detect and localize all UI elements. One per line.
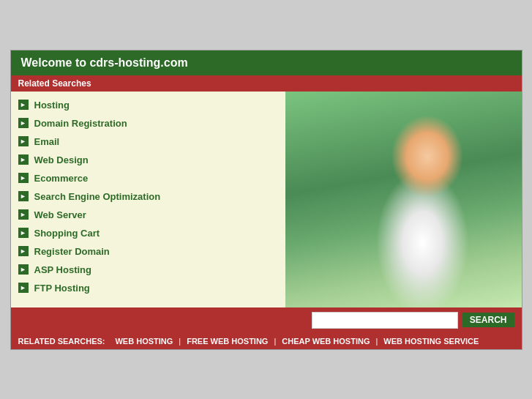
hero-image	[285, 92, 522, 307]
link-label: Hosting	[34, 100, 70, 111]
arrow-icon: ►	[18, 191, 29, 201]
link-label: Register Domain	[34, 246, 110, 257]
link-label: Domain Registration	[34, 118, 127, 129]
related-link-3[interactable]: WEB HOSTING SERVICE	[378, 337, 484, 346]
related-bottom-label: RELATED SEARCHES:	[18, 337, 105, 346]
related-searches-bar: Related Searches	[11, 75, 522, 92]
link-item-seo[interactable]: ►Search Engine Optimization	[11, 187, 285, 206]
related-link-2[interactable]: CHEAP WEB HOSTING	[276, 337, 375, 346]
arrow-icon: ►	[18, 228, 29, 238]
link-item-shopping-cart[interactable]: ►Shopping Cart	[11, 224, 285, 242]
link-label: Web Server	[34, 209, 86, 220]
link-label: Search Engine Optimization	[34, 191, 161, 202]
search-input[interactable]	[312, 312, 458, 329]
search-button[interactable]: SEARCH	[462, 313, 514, 327]
link-item-ecommerce[interactable]: ►Ecommerce	[11, 169, 285, 187]
related-bottom-bar: RELATED SEARCHES: WEB HOSTING|FREE WEB H…	[11, 333, 522, 349]
links-panel: ►Hosting►Domain Registration►Email►Web D…	[11, 92, 285, 307]
arrow-icon: ►	[18, 246, 29, 256]
link-item-ftp-hosting[interactable]: ►FTP Hosting	[11, 279, 285, 297]
link-item-web-server[interactable]: ►Web Server	[11, 206, 285, 224]
arrow-icon: ►	[18, 209, 29, 220]
link-label: ASP Hosting	[34, 264, 92, 275]
link-item-web-design[interactable]: ►Web Design	[11, 151, 285, 169]
link-item-asp-hosting[interactable]: ►ASP Hosting	[11, 261, 285, 279]
main-container: Welcome to cdrs-hosting.com Related Sear…	[10, 50, 522, 350]
link-item-register-domain[interactable]: ►Register Domain	[11, 242, 285, 261]
image-panel	[285, 92, 522, 307]
link-item-hosting[interactable]: ►Hosting	[11, 96, 285, 114]
header: Welcome to cdrs-hosting.com	[11, 51, 522, 75]
arrow-icon: ►	[18, 283, 29, 293]
link-label: FTP Hosting	[34, 283, 90, 294]
link-item-email[interactable]: ►Email	[11, 133, 285, 151]
arrow-icon: ►	[18, 100, 29, 110]
related-link-0[interactable]: WEB HOSTING	[109, 337, 179, 346]
link-label: Email	[34, 136, 60, 147]
related-link-1[interactable]: FREE WEB HOSTING	[181, 337, 274, 346]
header-title: Welcome to cdrs-hosting.com	[21, 56, 188, 69]
arrow-icon: ►	[18, 118, 29, 128]
link-label: Web Design	[34, 154, 89, 165]
search-bar: SEARCH	[11, 307, 522, 333]
link-item-domain-registration[interactable]: ►Domain Registration	[11, 114, 285, 133]
arrow-icon: ►	[18, 173, 29, 183]
link-label: Shopping Cart	[34, 228, 100, 239]
arrow-icon: ►	[18, 154, 29, 165]
arrow-icon: ►	[18, 264, 29, 275]
main-content: ►Hosting►Domain Registration►Email►Web D…	[11, 92, 522, 307]
related-searches-label: Related Searches	[18, 78, 91, 89]
arrow-icon: ►	[18, 136, 29, 146]
link-label: Ecommerce	[34, 173, 89, 184]
